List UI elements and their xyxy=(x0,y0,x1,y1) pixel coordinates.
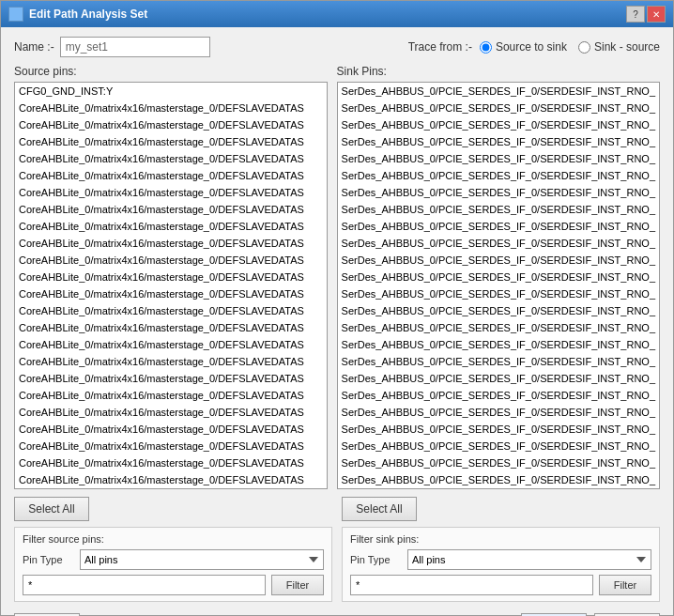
content-area: Name :- Trace from :- Source to sink Sin… xyxy=(1,27,673,616)
sink-column-label: Sink Pins: xyxy=(337,65,660,78)
source-to-sink-radio[interactable] xyxy=(480,41,492,54)
sink-to-source-radio[interactable] xyxy=(578,41,590,54)
sink-column: Sink Pins: SerDes_AHBBUS_0/PCIE_SERDES_I… xyxy=(337,65,660,489)
source-list-item[interactable]: CoreAHBLite_0/matrix4x16/masterstage_0/D… xyxy=(15,252,327,269)
close-title-btn[interactable]: ✕ xyxy=(647,6,666,23)
source-filter-input[interactable] xyxy=(23,575,266,595)
source-to-sink-label: Source to sink xyxy=(496,40,567,54)
sink-list-item[interactable]: SerDes_AHBBUS_0/PCIE_SERDES_IF_0/SERDESI… xyxy=(338,269,659,285)
top-row: Name :- Trace from :- Source to sink Sin… xyxy=(14,37,660,57)
title-bar: Edit Path Analysis Set ? ✕ xyxy=(1,1,673,27)
source-list-box[interactable]: CFG0_GND_INST:YCoreAHBLite_0/matrix4x16/… xyxy=(14,82,328,489)
source-list-item[interactable]: CoreAHBLite_0/matrix4x16/masterstage_0/D… xyxy=(15,285,327,302)
source-select-all-button[interactable]: Select All xyxy=(14,497,89,521)
sink-list-item[interactable]: SerDes_AHBBUS_0/PCIE_SERDES_IF_0/SERDESI… xyxy=(338,454,659,471)
source-list-item[interactable]: CoreAHBLite_0/matrix4x16/masterstage_0/D… xyxy=(15,235,327,252)
main-window: Edit Path Analysis Set ? ✕ Name :- Trace… xyxy=(0,0,674,616)
window-title: Edit Path Analysis Set xyxy=(29,8,147,21)
bottom-controls: Select All Filter source pins: Pin Type … xyxy=(14,497,660,602)
source-list-item[interactable]: CoreAHBLite_0/matrix4x16/masterstage_0/D… xyxy=(15,370,327,387)
sink-list-item[interactable]: SerDes_AHBBUS_0/PCIE_SERDES_IF_0/SERDESI… xyxy=(338,319,659,336)
sink-list-item[interactable]: SerDes_AHBBUS_0/PCIE_SERDES_IF_0/SERDESI… xyxy=(338,218,659,235)
sink-list-item[interactable]: SerDes_AHBBUS_0/PCIE_SERDES_IF_0/SERDESI… xyxy=(338,252,659,269)
source-list-item[interactable]: CoreAHBLite_0/matrix4x16/masterstage_0/D… xyxy=(15,319,327,336)
source-list-item[interactable]: CoreAHBLite_0/matrix4x16/masterstage_0/D… xyxy=(15,269,327,285)
sink-filter-title: Filter sink pins: xyxy=(350,533,651,545)
title-bar-left: Edit Path Analysis Set xyxy=(8,7,147,22)
sink-list-item[interactable]: SerDes_AHBBUS_0/PCIE_SERDES_IF_0/SERDESI… xyxy=(338,150,659,167)
sink-list-item[interactable]: SerDes_AHBBUS_0/PCIE_SERDES_IF_0/SERDESI… xyxy=(338,83,659,100)
source-filter-title: Filter source pins: xyxy=(23,533,324,545)
source-list-item[interactable]: CoreAHBLite_0/matrix4x16/masterstage_0/D… xyxy=(15,471,327,488)
title-buttons: ? ✕ xyxy=(626,6,666,23)
sink-list-box[interactable]: SerDes_AHBBUS_0/PCIE_SERDES_IF_0/SERDESI… xyxy=(337,82,660,489)
source-list-item[interactable]: CoreAHBLite_0/matrix4x16/masterstage_0/D… xyxy=(15,404,327,421)
name-input[interactable] xyxy=(60,37,210,57)
sink-list-item[interactable]: SerDes_AHBBUS_0/PCIE_SERDES_IF_0/SERDESI… xyxy=(338,116,659,133)
sink-list-item[interactable]: SerDes_AHBBUS_0/PCIE_SERDES_IF_0/SERDESI… xyxy=(338,370,659,387)
sink-bottom-col: Select All Filter sink pins: Pin Type Al… xyxy=(342,497,660,602)
sink-to-source-radio-label[interactable]: Sink - source xyxy=(578,40,660,54)
source-list-item[interactable]: CoreAHBLite_0/matrix4x16/masterstage_0/D… xyxy=(15,133,327,150)
source-filter-button[interactable]: Filter xyxy=(271,575,324,595)
source-list-item[interactable]: CoreAHBLite_0/matrix4x16/masterstage_0/D… xyxy=(15,218,327,235)
sink-list-item[interactable]: SerDes_AHBBUS_0/PCIE_SERDES_IF_0/SERDESI… xyxy=(338,133,659,150)
name-row: Name :- xyxy=(14,37,210,57)
sink-to-source-label: Sink - source xyxy=(594,40,660,54)
source-filter-input-row: Filter xyxy=(23,575,324,595)
source-pin-type-row: Pin Type All pins Input Output Inout xyxy=(23,549,324,570)
sink-filter-section: Filter sink pins: Pin Type All pins Inpu… xyxy=(342,527,660,602)
sink-list-item[interactable]: SerDes_AHBBUS_0/PCIE_SERDES_IF_0/SERDESI… xyxy=(338,387,659,404)
sink-list-item[interactable]: SerDes_AHBBUS_0/PCIE_SERDES_IF_0/SERDESI… xyxy=(338,302,659,319)
sink-list-item[interactable]: SerDes_AHBBUS_0/PCIE_SERDES_IF_0/SERDESI… xyxy=(338,201,659,218)
sink-list-item[interactable]: SerDes_AHBBUS_0/PCIE_SERDES_IF_0/SERDESI… xyxy=(338,100,659,116)
sink-list-item[interactable]: SerDes_AHBBUS_0/PCIE_SERDES_IF_0/SERDESI… xyxy=(338,235,659,252)
sink-list-item[interactable]: SerDes_AHBBUS_0/PCIE_SERDES_IF_0/SERDESI… xyxy=(338,438,659,454)
source-pin-type-select[interactable]: All pins Input Output Inout xyxy=(80,549,324,570)
sink-list-item[interactable]: SerDes_AHBBUS_0/PCIE_SERDES_IF_0/SERDESI… xyxy=(338,167,659,184)
sink-list-item[interactable]: SerDes_AHBBUS_0/PCIE_SERDES_IF_0/SERDESI… xyxy=(338,404,659,421)
source-list-item[interactable]: CoreAHBLite_0/matrix4x16/masterstage_0/D… xyxy=(15,454,327,471)
footer-row: Help OK Cancel xyxy=(14,609,660,616)
trace-radio-group: Source to sink Sink - source xyxy=(480,40,660,54)
source-list-item[interactable]: CoreAHBLite_0/matrix4x16/masterstage_0/D… xyxy=(15,100,327,116)
source-list-item[interactable]: CoreAHBLite_0/matrix4x16/masterstage_0/D… xyxy=(15,116,327,133)
sink-list-item[interactable]: SerDes_AHBBUS_0/PCIE_SERDES_IF_0/SERDESI… xyxy=(338,184,659,201)
source-list-item[interactable]: CoreAHBLite_0/matrix4x16/masterstage_0/D… xyxy=(15,421,327,438)
source-list-item[interactable]: CoreAHBLite_0/matrix4x16/masterstage_0/D… xyxy=(15,438,327,454)
sink-pin-type-select[interactable]: All pins Input Output Inout xyxy=(407,549,651,570)
source-list-item[interactable]: CoreAHBLite_0/matrix4x16/masterstage_0/D… xyxy=(15,336,327,353)
sink-filter-input-row: Filter xyxy=(350,575,651,595)
source-list-item[interactable]: CoreAHBLite_0/matrix4x16/masterstage_0/D… xyxy=(15,387,327,404)
source-filter-section: Filter source pins: Pin Type All pins In… xyxy=(14,527,332,602)
source-list-item[interactable]: CoreAHBLite_0/matrix4x16/masterstage_0/D… xyxy=(15,353,327,370)
sink-filter-input[interactable] xyxy=(350,575,593,595)
name-label: Name :- xyxy=(14,40,54,54)
trace-label: Trace from :- xyxy=(408,40,472,54)
source-list-item[interactable]: CoreAHBLite_0/matrix4x16/masterstage_0/D… xyxy=(15,150,327,167)
window-icon xyxy=(8,7,23,22)
sink-list-item[interactable]: SerDes_AHBBUS_0/PCIE_SERDES_IF_0/SERDESI… xyxy=(338,285,659,302)
help-title-btn[interactable]: ? xyxy=(626,6,645,23)
sink-pin-type-label: Pin Type xyxy=(350,554,402,565)
sink-list-item[interactable]: SerDes_AHBBUS_0/PCIE_SERDES_IF_0/SERDESI… xyxy=(338,353,659,370)
source-column: Source pins: CFG0_GND_INST:YCoreAHBLite_… xyxy=(14,65,328,489)
source-pin-type-label: Pin Type xyxy=(23,554,74,565)
sink-pin-type-row: Pin Type All pins Input Output Inout xyxy=(350,549,651,570)
sink-list-item[interactable]: SerDes_AHBBUS_0/PCIE_SERDES_IF_0/SERDESI… xyxy=(338,336,659,353)
sink-list-item[interactable]: SerDes_AHBBUS_0/PCIE_SERDES_IF_0/SERDESI… xyxy=(338,421,659,438)
source-list-item[interactable]: CoreAHBLite_0/matrix4x16/masterstage_0/D… xyxy=(15,302,327,319)
source-bottom-col: Select All Filter source pins: Pin Type … xyxy=(14,497,332,602)
trace-row: Trace from :- Source to sink Sink - sour… xyxy=(408,40,660,54)
source-list-item[interactable]: CoreAHBLite_0/matrix4x16/masterstage_0/D… xyxy=(15,201,327,218)
source-column-label: Source pins: xyxy=(14,65,328,78)
sink-select-all-button[interactable]: Select All xyxy=(342,497,417,521)
source-list-item[interactable]: CoreAHBLite_0/matrix4x16/masterstage_0/D… xyxy=(15,184,327,201)
sink-list-item[interactable]: SerDes_AHBBUS_0/PCIE_SERDES_IF_0/SERDESI… xyxy=(338,471,659,488)
columns-row: Source pins: CFG0_GND_INST:YCoreAHBLite_… xyxy=(14,65,660,489)
source-to-sink-radio-label[interactable]: Source to sink xyxy=(480,40,567,54)
source-list-item[interactable]: CoreAHBLite_0/matrix4x16/masterstage_0/D… xyxy=(15,167,327,184)
sink-filter-button[interactable]: Filter xyxy=(599,575,651,595)
source-list-item[interactable]: CFG0_GND_INST:Y xyxy=(15,83,327,100)
